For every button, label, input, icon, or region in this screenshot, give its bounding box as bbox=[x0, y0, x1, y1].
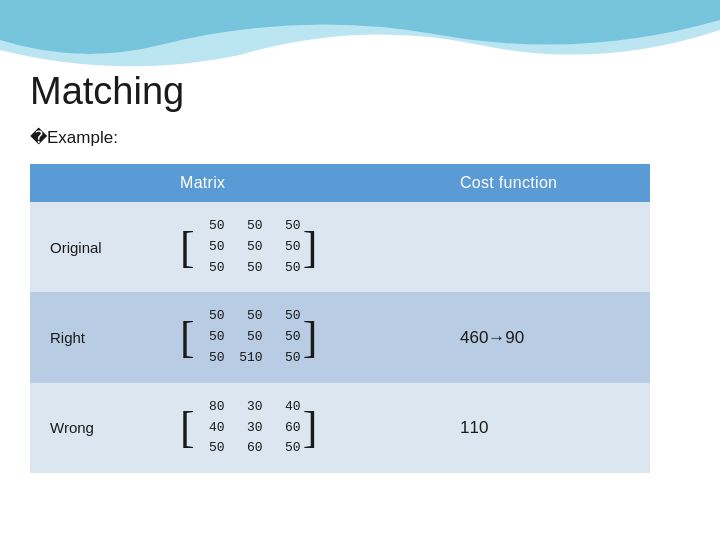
table-header-row: Matrix Cost function bbox=[30, 164, 650, 202]
main-content: Matching �Example: Matrix Cost function … bbox=[30, 70, 690, 473]
row-label: Original bbox=[30, 202, 160, 292]
row-cost bbox=[440, 202, 650, 292]
page-title: Matching bbox=[30, 70, 690, 113]
col-header-matrix: Matrix bbox=[160, 164, 440, 202]
table-row: Wrong[803040403060506050]110 bbox=[30, 383, 650, 473]
example-label: �Example: bbox=[30, 127, 690, 148]
row-label: Right bbox=[30, 292, 160, 382]
row-matrix: [803040403060506050] bbox=[160, 383, 440, 473]
table-row: Original[505050505050505050] bbox=[30, 202, 650, 292]
row-label: Wrong bbox=[30, 383, 160, 473]
col-header-label bbox=[30, 164, 160, 202]
table-row: Right[5050505050505051050]460→90 bbox=[30, 292, 650, 382]
col-header-cost: Cost function bbox=[440, 164, 650, 202]
row-matrix: [505050505050505050] bbox=[160, 202, 440, 292]
row-matrix: [5050505050505051050] bbox=[160, 292, 440, 382]
matching-table: Matrix Cost function Original[5050505050… bbox=[30, 164, 650, 473]
row-cost: 460→90 bbox=[440, 292, 650, 382]
wave-header bbox=[0, 0, 720, 80]
row-cost: 110 bbox=[440, 383, 650, 473]
